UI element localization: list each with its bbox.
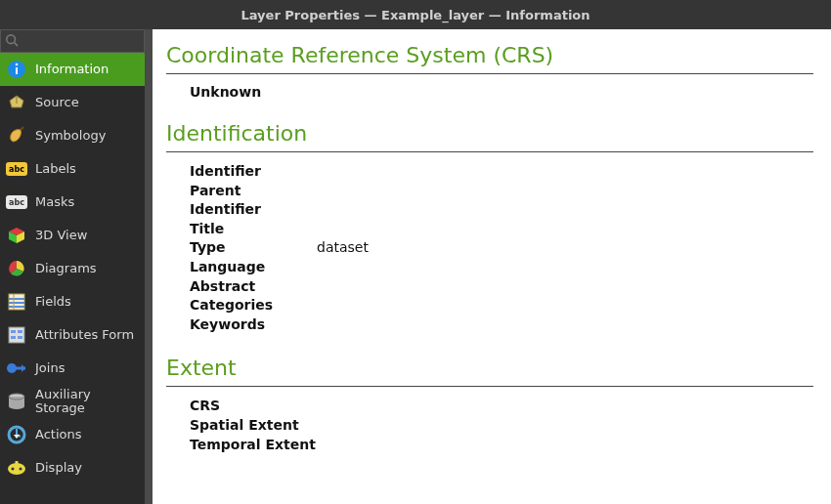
- body: Information Source Symbology abc Labels: [0, 29, 831, 504]
- sidebar-item-information[interactable]: Information: [0, 53, 145, 86]
- fields-icon: [6, 291, 27, 313]
- svg-point-24: [12, 468, 15, 471]
- svg-rect-18: [18, 336, 22, 339]
- sidebar-item-label: Fields: [35, 295, 71, 309]
- sidebar-item-attributes-form[interactable]: Attributes Form: [0, 318, 145, 352]
- kv-key: Type: [190, 238, 317, 258]
- section-divider: [166, 151, 813, 152]
- sidebar-item-label: Labels: [35, 162, 76, 176]
- sidebar-item-masks[interactable]: abc Masks: [0, 186, 145, 219]
- attributes-form-icon: [6, 324, 27, 346]
- kv-row: CRS: [190, 397, 813, 416]
- sidebar-item-label: Auxiliary Storage: [35, 388, 139, 416]
- window-title: Layer Properties — Example_layer — Infor…: [241, 8, 590, 22]
- svg-point-4: [16, 63, 19, 66]
- auxiliary-storage-icon: [6, 391, 27, 412]
- svg-point-25: [20, 468, 22, 471]
- section-title-crs: Coordinate Reference System (CRS): [166, 43, 813, 67]
- kv-key: Title: [190, 220, 317, 239]
- svg-rect-15: [11, 330, 16, 333]
- kv-key: CRS: [190, 397, 317, 416]
- sidebar-item-label: 3D View: [35, 229, 87, 242]
- sidebar-item-label: Diagrams: [35, 262, 97, 275]
- sidebar-item-auxiliary-storage[interactable]: Auxiliary Storage: [0, 385, 145, 418]
- content-pane: Coordinate Reference System (CRS) Unknow…: [153, 29, 831, 504]
- diagrams-icon: [6, 258, 27, 279]
- sidebar-item-label: Joins: [35, 361, 65, 375]
- section-divider: [166, 73, 813, 74]
- sidebar: Information Source Symbology abc Labels: [0, 29, 145, 504]
- splitter[interactable]: [145, 29, 153, 504]
- svg-rect-14: [9, 327, 24, 343]
- sidebar-nav: Information Source Symbology abc Labels: [0, 53, 145, 504]
- kv-key: Spatial Extent: [190, 416, 317, 436]
- joins-icon: [6, 357, 27, 379]
- svg-text:abc: abc: [9, 198, 24, 207]
- kv-row: Abstract: [190, 277, 813, 297]
- sidebar-item-labels[interactable]: abc Labels: [0, 152, 145, 186]
- svg-text:abc: abc: [9, 165, 24, 174]
- section-title-identification: Identification: [166, 121, 813, 146]
- info-icon: [6, 59, 27, 80]
- svg-rect-17: [11, 336, 16, 339]
- sidebar-item-label: Actions: [35, 428, 82, 441]
- sidebar-item-fields[interactable]: Fields: [0, 285, 145, 318]
- kv-row: Spatial Extent: [190, 416, 813, 436]
- kv-row: Title: [190, 220, 813, 239]
- kv-key: Parent Identifier: [190, 182, 317, 220]
- kv-row: Categories: [190, 296, 813, 315]
- symbology-icon: [6, 125, 27, 147]
- kv-key: Categories: [190, 296, 317, 315]
- sidebar-item-label: Information: [35, 63, 109, 76]
- kv-key: Temporal Extent: [190, 436, 317, 455]
- sidebar-item-label: Masks: [35, 195, 74, 209]
- sidebar-item-label: Display: [35, 461, 82, 475]
- sidebar-item-source[interactable]: Source: [0, 86, 145, 119]
- sidebar-item-actions[interactable]: Actions: [0, 418, 145, 451]
- kv-key: Language: [190, 258, 317, 277]
- svg-rect-16: [18, 330, 22, 333]
- extent-block: CRS Spatial Extent Temporal Extent: [166, 397, 813, 454]
- sidebar-item-label: Source: [35, 96, 79, 109]
- kv-key: Keywords: [190, 315, 317, 335]
- sidebar-item-3d-view[interactable]: 3D View: [0, 219, 145, 252]
- kv-row: Language: [190, 258, 813, 277]
- section-divider: [166, 386, 813, 387]
- kv-row: Identifier: [190, 162, 813, 182]
- crs-value: Unknown: [166, 84, 813, 100]
- sidebar-item-symbology[interactable]: Symbology: [0, 119, 145, 152]
- kv-row: Temporal Extent: [190, 436, 813, 455]
- sidebar-item-diagrams[interactable]: Diagrams: [0, 252, 145, 285]
- sidebar-item-display[interactable]: Display: [0, 451, 145, 484]
- kv-key: Identifier: [190, 162, 317, 182]
- masks-icon: abc: [6, 191, 27, 213]
- actions-icon: [6, 424, 27, 445]
- kv-value: dataset: [317, 238, 369, 258]
- sidebar-search[interactable]: [0, 29, 145, 53]
- search-icon: [5, 32, 19, 51]
- kv-row: Typedataset: [190, 238, 813, 258]
- svg-point-0: [7, 34, 16, 43]
- kv-row: Keywords: [190, 315, 813, 335]
- kv-row: Parent Identifier: [190, 182, 813, 220]
- labels-icon: abc: [6, 158, 27, 180]
- sidebar-item-label: Symbology: [35, 129, 106, 143]
- 3d-view-icon: [6, 225, 27, 246]
- svg-rect-3: [16, 67, 18, 74]
- display-icon: [6, 457, 27, 479]
- sidebar-item-label: Attributes Form: [35, 328, 134, 342]
- sidebar-item-joins[interactable]: Joins: [0, 352, 145, 385]
- window-titlebar: Layer Properties — Example_layer — Infor…: [0, 0, 831, 29]
- kv-key: Abstract: [190, 277, 317, 297]
- source-icon: [6, 92, 27, 113]
- svg-line-1: [15, 42, 19, 46]
- identification-block: Identifier Parent Identifier Title Typed…: [166, 162, 813, 334]
- section-title-extent: Extent: [166, 356, 813, 380]
